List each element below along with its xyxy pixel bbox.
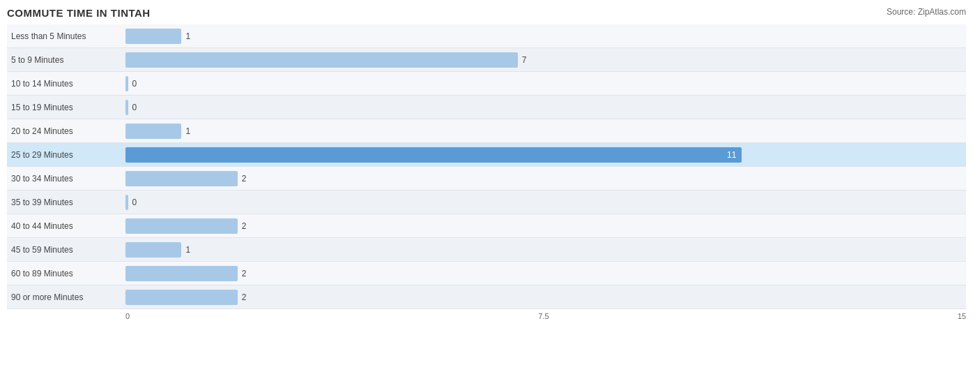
- bar-row: 25 to 29 Minutes11: [7, 143, 966, 167]
- bar-row: 40 to 44 Minutes2: [7, 214, 966, 238]
- bar-track: 0: [125, 191, 966, 214]
- bar-value: 1: [185, 31, 190, 41]
- bar-track: 1: [125, 24, 966, 47]
- bars-area: Less than 5 Minutes15 to 9 Minutes710 to…: [7, 24, 966, 309]
- bar-value: 0: [132, 103, 137, 112]
- bar-value: 2: [242, 292, 247, 302]
- x-axis: 0 7.5 15: [125, 312, 966, 320]
- bar-track: 2: [125, 167, 966, 190]
- bar-label: 35 to 39 Minutes: [7, 198, 125, 207]
- bar-track: 2: [125, 262, 966, 285]
- bar-fill: [125, 171, 238, 186]
- bar-row: Less than 5 Minutes1: [7, 24, 966, 48]
- bar-row: 20 to 24 Minutes1: [7, 119, 966, 143]
- bar-value: 0: [132, 79, 137, 89]
- bar-track: 2: [125, 285, 966, 308]
- chart-source: Source: ZipAtlas.com: [887, 7, 966, 17]
- bar-fill: [125, 52, 518, 68]
- chart-container: COMMUTE TIME IN TINTAH Source: ZipAtlas.…: [0, 0, 980, 365]
- x-label-mid: 7.5: [538, 312, 549, 320]
- x-label-min: 0: [125, 312, 130, 320]
- bar-row: 30 to 34 Minutes2: [7, 167, 966, 191]
- bar-track: 11: [125, 143, 966, 166]
- bar-value: 2: [242, 221, 247, 231]
- bar-fill: [125, 218, 238, 234]
- bar-label: 90 or more Minutes: [7, 292, 125, 302]
- bar-value: 1: [185, 245, 190, 255]
- bar-fill: [125, 76, 128, 91]
- bar-track: 1: [125, 119, 966, 142]
- bar-row: 15 to 19 Minutes0: [7, 96, 966, 119]
- bar-label: 5 to 9 Minutes: [7, 55, 125, 65]
- bar-fill: [125, 124, 181, 139]
- bar-track: 0: [125, 96, 966, 119]
- bar-row: 35 to 39 Minutes0: [7, 191, 966, 214]
- bar-fill: [125, 195, 128, 210]
- x-axis-labels: 0 7.5 15: [125, 312, 966, 320]
- bar-value: 11: [727, 150, 736, 160]
- bar-label: 20 to 24 Minutes: [7, 126, 125, 136]
- bar-fill: 11: [125, 147, 742, 163]
- bar-track: 0: [125, 72, 966, 95]
- bar-label: Less than 5 Minutes: [7, 31, 125, 41]
- bar-row: 10 to 14 Minutes0: [7, 72, 966, 96]
- bar-value: 1: [185, 126, 190, 136]
- bar-row: 45 to 59 Minutes1: [7, 238, 966, 262]
- bar-track: 7: [125, 48, 966, 71]
- bar-row: 60 to 89 Minutes2: [7, 262, 966, 285]
- bar-label: 40 to 44 Minutes: [7, 221, 125, 231]
- bar-label: 60 to 89 Minutes: [7, 269, 125, 278]
- bar-label: 45 to 59 Minutes: [7, 245, 125, 255]
- bar-track: 2: [125, 214, 966, 237]
- bar-fill: [125, 266, 238, 281]
- bar-value: 7: [522, 55, 527, 65]
- bar-value: 2: [242, 269, 247, 278]
- bar-fill: [125, 290, 238, 305]
- bar-fill: [125, 242, 181, 258]
- bar-row: 90 or more Minutes2: [7, 285, 966, 309]
- bar-fill: [125, 29, 181, 44]
- bar-row: 5 to 9 Minutes7: [7, 48, 966, 72]
- chart-title: COMMUTE TIME IN TINTAH: [7, 7, 151, 19]
- x-label-max: 15: [958, 312, 966, 320]
- bar-value: 2: [242, 174, 247, 184]
- bar-value: 0: [132, 198, 137, 207]
- bar-label: 10 to 14 Minutes: [7, 79, 125, 89]
- bar-label: 25 to 29 Minutes: [7, 150, 125, 160]
- bar-label: 30 to 34 Minutes: [7, 174, 125, 184]
- chart-header: COMMUTE TIME IN TINTAH Source: ZipAtlas.…: [7, 7, 966, 19]
- bar-fill: [125, 100, 128, 115]
- bar-label: 15 to 19 Minutes: [7, 103, 125, 112]
- bar-track: 1: [125, 238, 966, 261]
